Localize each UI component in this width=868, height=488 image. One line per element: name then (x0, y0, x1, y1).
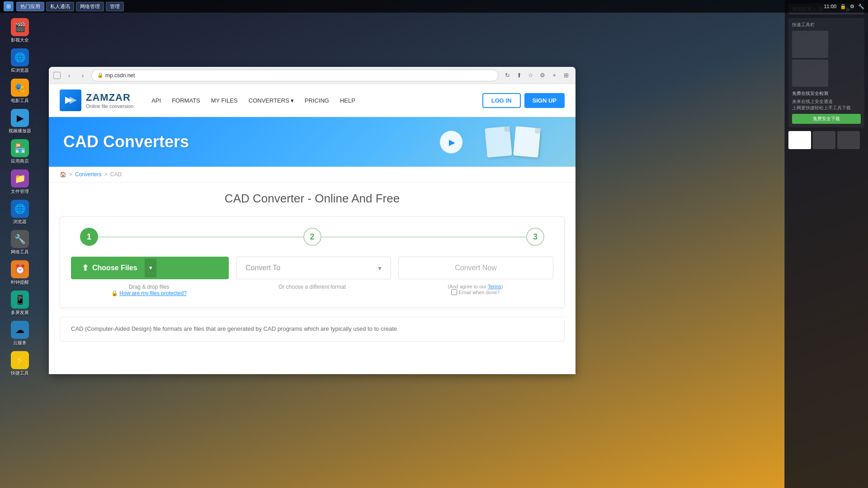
taskbar-right: 11:00 🔒 ⚙ 🔧 (824, 4, 864, 9)
convert-now-subtext: (And agree to our Terms) Email when done… (397, 284, 553, 296)
nav-formats[interactable]: FORMATS (172, 97, 200, 104)
desktop-icon-3[interactable]: ▶ 视频播放器 (5, 109, 34, 134)
thumb-1[interactable] (788, 131, 811, 149)
start-button[interactable]: ⊞ (4, 1, 14, 11)
browser-settings-btn[interactable]: ⚙ (538, 70, 547, 80)
desktop-icon-10[interactable]: ☁ 云服务 (5, 321, 34, 346)
desktop-icon-6[interactable]: 🌐 浏览器 (5, 200, 34, 225)
choose-files-dropdown-icon[interactable]: ▾ (145, 258, 156, 277)
taskbar-btn-3[interactable]: 网络管理 (76, 2, 104, 11)
browser-bookmark-btn[interactable]: ☆ (526, 70, 536, 80)
thumb-2[interactable] (813, 131, 835, 149)
file-icon-1 (485, 126, 512, 158)
step-2: 2 (303, 228, 321, 246)
breadcrumb: 🏠 > Converters > CAD (49, 167, 576, 183)
desktop-icon-2[interactable]: 🎭 电影工具 (5, 79, 34, 103)
email-checkbox[interactable]: Email when done? (397, 289, 553, 295)
icon-label-8: 时钟提醒 (11, 280, 29, 285)
security-text: 免费在线安全检测 (792, 90, 861, 97)
taskbar-tools: 🔧 (858, 4, 864, 9)
convert-to-button[interactable]: Convert To ▾ (236, 257, 391, 279)
weather-label: 快速工具栏 (792, 22, 861, 28)
desktop-icons: 🎬 影视大全 🌐 IE浏览器 🎭 电影工具 ▶ 视频播放器 🏪 应用商店 📁 文… (5, 18, 34, 376)
desktop-icon-4[interactable]: 🏪 应用商店 (5, 139, 34, 164)
icon-label-11: 快捷工具 (11, 371, 29, 376)
nav-help[interactable]: HELP (340, 97, 355, 104)
desktop-icon-11[interactable]: ⚡ 快捷工具 (5, 351, 34, 376)
taskbar-btn-2[interactable]: 私人通讯 (46, 2, 74, 11)
breadcrumb-current: CAD (110, 171, 122, 178)
promo-text: 来来在线上安全通道上网更快捷轻松上手工具下载 (792, 99, 861, 111)
login-button[interactable]: LOG IN (482, 93, 521, 108)
lock-icon: 🔒 (97, 72, 104, 78)
email-checkbox-input[interactable] (451, 289, 457, 295)
desktop-icon-9[interactable]: 📱 多屏发展 (5, 291, 34, 315)
browser-chrome: ‹ › 🔒 mp.csdn.net ↻ ⬆ ☆ ⚙ + ⊞ (49, 67, 576, 84)
browser-refresh-btn[interactable]: ↻ (502, 70, 512, 80)
desktop-icon-0[interactable]: 🎬 影视大全 (5, 18, 34, 43)
banner-decoration: ♫ ♪ ⚙ ◎ ◈ ❖ (395, 117, 576, 167)
browser-actions: ↻ ⬆ ☆ ⚙ + ⊞ (502, 70, 571, 80)
nav-pricing[interactable]: PRICING (305, 97, 329, 104)
nav-myfiles[interactable]: MY FILES (211, 97, 238, 104)
file-protection: 🔒 How are my files protected? (71, 290, 227, 296)
nav-links: API FORMATS MY FILES CONVERTERS ▾ PRICIN… (151, 97, 482, 104)
zamzar-logo-icon (60, 89, 81, 111)
action-subtext: Drag & drop files 🔒 How are my files pro… (71, 284, 553, 296)
browser-address-bar[interactable]: 🔒 mp.csdn.net (91, 70, 499, 81)
zamzar-navbar: ZAMZAR Online file conversion API FORMAT… (49, 84, 576, 117)
desktop-icon-1[interactable]: 🌐 IE浏览器 (5, 48, 34, 73)
taskbar-btn-1[interactable]: 热门应用 (16, 2, 44, 11)
icon-label-2: 电影工具 (11, 98, 29, 103)
nav-api[interactable]: API (151, 97, 161, 104)
thumb-3[interactable] (837, 131, 860, 149)
browser-menu-icon[interactable] (53, 72, 61, 79)
address-text: mp.csdn.net (105, 72, 135, 79)
browser-back-btn[interactable]: ‹ (64, 70, 74, 80)
desktop-icon-5[interactable]: 📁 文件管理 (5, 169, 34, 194)
desktop-icon-7[interactable]: 🔧 网络工具 (5, 230, 34, 255)
step-line-2 (321, 236, 527, 238)
icon-label-10: 云服务 (13, 340, 27, 346)
signup-button[interactable]: SIGN UP (524, 93, 565, 108)
icon-label-7: 网络工具 (11, 249, 29, 255)
desktop-icon-8[interactable]: ⏰ 时钟提醒 (5, 260, 34, 285)
file-protection-link[interactable]: How are my files protected? (119, 290, 187, 296)
different-format-text: Or choose a different format (278, 284, 346, 290)
terms-link[interactable]: Terms (488, 284, 501, 289)
description-text: CAD (Computer-Aided Design) file formats… (71, 324, 553, 334)
browser-more-btn[interactable]: ⊞ (561, 70, 571, 80)
icon-label-5: 文件管理 (11, 189, 29, 194)
zamzar-logo-svg (63, 93, 78, 108)
browser-add-tab-btn[interactable]: + (549, 70, 559, 80)
icon-label-0: 影视大全 (11, 38, 29, 43)
choose-files-button[interactable]: ⬆ Choose Files ▾ (71, 257, 229, 279)
icon-label-6: 浏览器 (13, 219, 27, 225)
free-download-btn[interactable]: 免费安全下载 (792, 114, 861, 124)
choose-files-subtext: Drag & drop files 🔒 How are my files pro… (71, 284, 227, 296)
nav-converters[interactable]: CONVERTERS ▾ (249, 97, 294, 104)
browser-share-btn[interactable]: ⬆ (514, 70, 524, 80)
convert-now-button[interactable]: Convert Now (398, 257, 553, 279)
taskbar-settings: ⚙ (850, 4, 854, 9)
browser-forward-btn[interactable]: › (78, 70, 88, 80)
play-button[interactable] (440, 131, 462, 153)
taskbar-btn-4[interactable]: 管理 (106, 2, 124, 11)
main-content: CAD Converter - Online And Free 1 2 3 ⬆ … (49, 183, 576, 351)
browser-window: ‹ › 🔒 mp.csdn.net ↻ ⬆ ☆ ⚙ + ⊞ (49, 67, 576, 374)
step-3: 3 (526, 228, 544, 246)
breadcrumb-converters[interactable]: Converters (75, 171, 102, 178)
actions-row: ⬆ Choose Files ▾ Convert To ▾ Convert No… (71, 257, 553, 279)
icon-label-3: 视频播放器 (9, 128, 31, 134)
right-panel-thumbnails (788, 131, 864, 149)
upload-icon: ⬆ (82, 263, 89, 273)
nav-buttons: LOG IN SIGN UP (482, 93, 565, 108)
convert-to-subtext: Or choose a different format (234, 284, 390, 296)
logo-tagline: Online file conversion (86, 103, 133, 109)
steps-bar: 1 2 3 (71, 228, 553, 246)
breadcrumb-home-icon[interactable]: 🏠 (60, 171, 66, 178)
email-label: Email when done? (459, 290, 500, 295)
hero-banner: CAD Converters ♫ ♪ ⚙ ◎ ◈ ❖ (49, 117, 576, 167)
zamzar-logo[interactable]: ZAMZAR Online file conversion (60, 89, 133, 111)
drag-drop-text: Drag & drop files (71, 284, 227, 290)
